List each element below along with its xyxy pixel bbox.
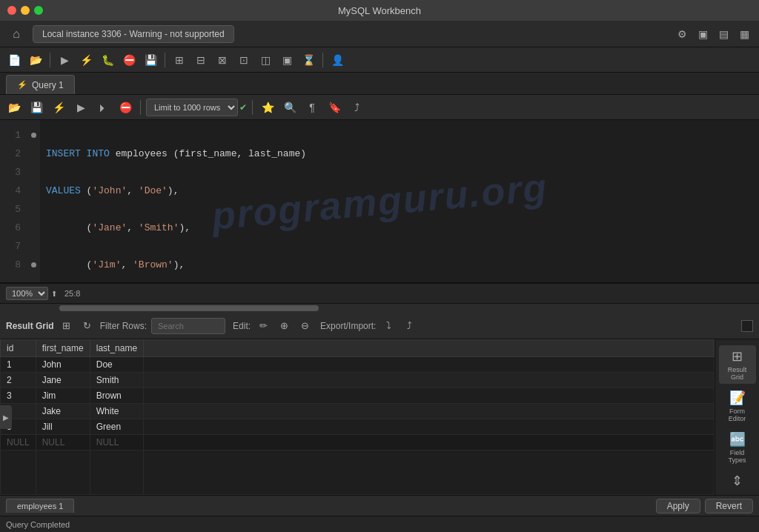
layout2-icon[interactable]: ▤ bbox=[715, 25, 732, 43]
apply-button[interactable]: Apply bbox=[656, 499, 700, 513]
export2-icon[interactable]: ⤴ bbox=[347, 98, 366, 117]
scrollbar-thumb[interactable] bbox=[59, 305, 319, 311]
cell-id[interactable]: 3 bbox=[1, 388, 36, 404]
star-icon[interactable]: ⭐ bbox=[258, 98, 277, 117]
edit-pencil-icon[interactable]: ✏ bbox=[255, 318, 271, 334]
maximize-button[interactable] bbox=[34, 6, 43, 15]
delete-row-icon[interactable]: ⊖ bbox=[296, 318, 313, 334]
close-button[interactable] bbox=[7, 6, 16, 15]
save-icon[interactable]: 💾 bbox=[141, 50, 160, 70]
revert-button[interactable]: Revert bbox=[705, 499, 753, 513]
empty-cell bbox=[144, 450, 715, 495]
line-num: 5 bbox=[6, 200, 21, 219]
empty-row bbox=[1, 450, 715, 495]
zoom-control[interactable]: 100% ⬆ bbox=[6, 287, 57, 300]
field-types-panel-btn[interactable]: 🔤 FieldTypes bbox=[719, 428, 756, 467]
cell-last_name[interactable]: Green bbox=[90, 419, 143, 435]
index-icon[interactable]: ▣ bbox=[277, 50, 296, 70]
field-types-icon: 🔤 bbox=[729, 431, 746, 448]
schema-icon[interactable]: ⊟ bbox=[191, 50, 211, 70]
run-icon[interactable]: ▶ bbox=[55, 50, 74, 70]
export-icon[interactable]: ⤴ bbox=[401, 318, 417, 334]
query-tab[interactable]: ⚡ Query 1 bbox=[6, 75, 75, 94]
dot-1 bbox=[31, 133, 36, 138]
cell-first_name[interactable]: Jake bbox=[36, 404, 90, 419]
sp-icon[interactable]: ⌛ bbox=[299, 50, 318, 70]
data-table-container[interactable]: id first_name last_name 1JohnDoe2JaneSmi… bbox=[0, 339, 715, 495]
table-icon[interactable]: ⊞ bbox=[170, 50, 189, 70]
run-sel-icon[interactable]: ▶ bbox=[71, 98, 90, 117]
sql-sep-1 bbox=[140, 100, 141, 115]
table-row: 1JohnDoe bbox=[1, 357, 715, 373]
view-icon[interactable]: ⊡ bbox=[234, 50, 253, 70]
bookmark-icon[interactable]: 🔖 bbox=[325, 98, 344, 117]
debug-icon[interactable]: 🐛 bbox=[98, 50, 117, 70]
refresh-icon[interactable]: ↻ bbox=[79, 318, 96, 334]
line-num: 2 bbox=[6, 144, 21, 163]
users-icon[interactable]: 👤 bbox=[328, 50, 347, 70]
run-sql-icon[interactable]: ⚡ bbox=[49, 98, 68, 117]
search2-icon[interactable]: 🔍 bbox=[280, 98, 299, 117]
open-sql-icon[interactable]: 📂 bbox=[4, 98, 24, 117]
code-line-4: ('Jim', 'Brown'), bbox=[46, 256, 759, 274]
grid-view-icon[interactable]: ⊞ bbox=[59, 318, 75, 334]
cell-id[interactable]: 2 bbox=[1, 373, 36, 388]
result-grid-panel-btn[interactable]: ⊞ ResultGrid bbox=[719, 345, 756, 384]
cell-last_name[interactable]: Smith bbox=[90, 373, 143, 388]
cell-first_name[interactable]: Jill bbox=[36, 419, 90, 435]
cell-first_name[interactable]: Jane bbox=[36, 373, 90, 388]
settings-icon[interactable]: ⚙ bbox=[673, 25, 691, 43]
stop-sql-icon[interactable]: ⛔ bbox=[116, 98, 135, 117]
editor-area[interactable]: programguru.org 1 2 3 4 5 6 7 8 INSERT I… bbox=[0, 120, 759, 283]
col-id-header[interactable]: id bbox=[1, 340, 36, 357]
proc-icon[interactable]: ⊠ bbox=[213, 50, 232, 70]
new-file-icon[interactable]: 📄 bbox=[4, 50, 24, 70]
tab-icon: ⚡ bbox=[17, 80, 27, 90]
code-editor[interactable]: INSERT INTO employees (first_name, last_… bbox=[40, 120, 759, 282]
add-row-icon[interactable]: ⊕ bbox=[276, 318, 292, 334]
cell-first_name[interactable]: Jim bbox=[36, 388, 90, 404]
null-cell-first_name: NULL bbox=[36, 435, 90, 450]
cell-last_name[interactable]: White bbox=[90, 404, 143, 419]
expand-panel-btn[interactable]: ▶ bbox=[0, 405, 12, 429]
col-lastname-header[interactable]: last_name bbox=[90, 340, 143, 357]
horizontal-scrollbar[interactable] bbox=[0, 304, 759, 313]
trigger-icon[interactable]: ◫ bbox=[256, 50, 275, 70]
cell-empty bbox=[144, 357, 715, 373]
wrap-checkbox[interactable] bbox=[741, 320, 753, 332]
form-editor-panel-btn[interactable]: 📝 FormEditor bbox=[719, 387, 756, 425]
minimize-button[interactable] bbox=[21, 6, 30, 15]
run-curr-icon[interactable]: ⏵ bbox=[93, 98, 113, 117]
import-icon[interactable]: ⤵ bbox=[380, 318, 397, 334]
run-all-icon[interactable]: ⚡ bbox=[76, 50, 96, 70]
toolbar-sep-3 bbox=[322, 53, 323, 67]
cell-id[interactable]: 1 bbox=[1, 357, 36, 373]
code-line-2: VALUES ('John', 'Doe'), bbox=[46, 182, 759, 200]
window-controls[interactable] bbox=[7, 6, 43, 15]
limit-select[interactable]: Limit to 1000 rows bbox=[146, 99, 238, 116]
instance-label[interactable]: Local instance 3306 - Warning - not supp… bbox=[33, 25, 234, 43]
line-num: 8 bbox=[6, 256, 21, 274]
format-icon[interactable]: ¶ bbox=[302, 98, 322, 117]
limit-dropdown[interactable]: Limit to 1000 rows ✔ bbox=[146, 99, 247, 116]
table-header-row: id first_name last_name bbox=[1, 340, 715, 357]
col-firstname-header[interactable]: first_name bbox=[36, 340, 90, 357]
zoom-select[interactable]: 100% bbox=[6, 287, 48, 300]
layout-icon[interactable]: ▣ bbox=[694, 25, 712, 43]
status-bar: Query Completed bbox=[0, 516, 759, 532]
cell-first_name[interactable]: John bbox=[36, 357, 90, 373]
stop-icon[interactable]: ⛔ bbox=[119, 50, 139, 70]
line-num: 7 bbox=[6, 237, 21, 256]
cell-last_name[interactable]: Doe bbox=[90, 357, 143, 373]
home-icon[interactable]: ⌂ bbox=[6, 24, 27, 44]
marker-6 bbox=[27, 219, 40, 237]
layout3-icon[interactable]: ▦ bbox=[735, 25, 753, 43]
save-sql-icon[interactable]: 💾 bbox=[27, 98, 46, 117]
result-grid-icon: ⊞ bbox=[732, 348, 743, 365]
search-input[interactable] bbox=[151, 318, 225, 334]
employees-tab[interactable]: employees 1 bbox=[6, 499, 74, 513]
open-file-icon[interactable]: 📂 bbox=[26, 50, 45, 70]
scroll-down-panel-btn[interactable]: ⇕ bbox=[719, 470, 756, 492]
cursor-position: 25:8 bbox=[64, 289, 80, 298]
cell-last_name[interactable]: Brown bbox=[90, 388, 143, 404]
